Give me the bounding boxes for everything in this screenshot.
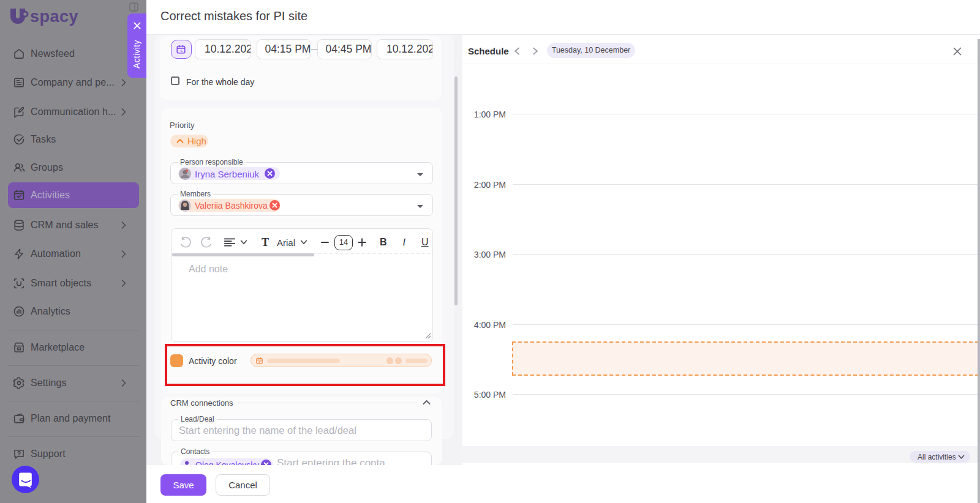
svg-text:spacy: spacy [30,7,78,26]
